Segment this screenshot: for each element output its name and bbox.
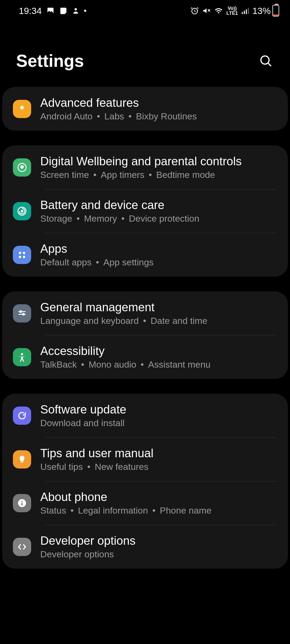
- status-time: 19:34: [19, 6, 42, 16]
- settings-item-advanced-features[interactable]: Advanced features Android Auto• Labs• Bi…: [2, 87, 288, 131]
- item-text: Battery and device care Storage• Memory•…: [40, 198, 277, 224]
- general-icon: [13, 304, 31, 323]
- status-bar: 19:34 Vo))LTE1 13%: [0, 0, 290, 21]
- item-title: General management: [40, 301, 277, 314]
- item-subtitle: Useful tips• New features: [40, 462, 277, 472]
- header: Settings: [0, 21, 290, 87]
- settings-item-tips[interactable]: Tips and user manual Useful tips• New fe…: [2, 437, 288, 481]
- svg-rect-23: [21, 462, 23, 463]
- tips-icon: [13, 450, 31, 469]
- svg-rect-26: [21, 503, 23, 506]
- svg-rect-5: [242, 12, 243, 14]
- settings-item-battery-device-care[interactable]: Battery and device care Storage• Memory•…: [2, 189, 288, 233]
- settings-item-about-phone[interactable]: About phone Status• Legal information• P…: [2, 481, 288, 525]
- svg-line-10: [268, 63, 271, 66]
- settings-item-accessibility[interactable]: Accessibility TalkBack• Mono audio• Assi…: [2, 335, 288, 379]
- search-button[interactable]: [258, 53, 274, 69]
- settings-item-developer-options[interactable]: Developer options Developer options: [2, 525, 288, 569]
- svg-point-25: [21, 501, 23, 502]
- svg-point-21: [23, 313, 24, 315]
- battery-percent: 13%: [252, 6, 271, 16]
- svg-point-13: [21, 210, 23, 212]
- item-subtitle: Storage• Memory• Device protection: [40, 213, 277, 224]
- person-icon: [72, 7, 79, 15]
- item-text: Advanced features Android Auto• Labs• Bi…: [40, 96, 277, 122]
- item-text: Developer options Developer options: [40, 534, 277, 559]
- item-title: Battery and device care: [40, 198, 277, 212]
- item-title: Software update: [40, 403, 277, 416]
- settings-group: Advanced features Android Auto• Labs• Bi…: [2, 87, 288, 131]
- svg-rect-8: [248, 8, 249, 14]
- page-title: Settings: [16, 51, 84, 71]
- item-subtitle: Status• Legal information• Phone name: [40, 505, 277, 516]
- svg-point-9: [261, 56, 269, 64]
- item-title: Tips and user manual: [40, 447, 277, 460]
- accessibility-icon: [13, 348, 31, 366]
- status-left: 19:34: [19, 6, 86, 16]
- item-subtitle: Screen time• App timers• Bedtime mode: [40, 170, 277, 180]
- item-title: Accessibility: [40, 344, 277, 358]
- settings-item-general-management[interactable]: General management Language and keyboard…: [2, 291, 288, 335]
- item-text: Digital Wellbeing and parental controls …: [40, 155, 277, 180]
- item-title: About phone: [40, 490, 277, 504]
- item-title: Digital Wellbeing and parental controls: [40, 155, 277, 168]
- volte-icon: Vo))LTE1: [226, 6, 238, 16]
- settings-group: Digital Wellbeing and parental controls …: [2, 145, 288, 277]
- picture-icon: [46, 7, 55, 15]
- svg-rect-6: [244, 11, 245, 14]
- alarm-icon: [190, 6, 199, 15]
- search-icon: [259, 54, 273, 68]
- note-icon: [59, 7, 67, 15]
- settings-group: General management Language and keyboard…: [2, 291, 288, 379]
- item-text: Apps Default apps• App settings: [40, 242, 277, 268]
- item-text: Software update Download and install: [40, 403, 277, 428]
- item-subtitle: Android Auto• Labs• Bixby Routines: [40, 111, 277, 122]
- svg-point-20: [20, 311, 22, 313]
- settings-list: Advanced features Android Auto• Labs• Bi…: [0, 87, 290, 569]
- item-subtitle: TalkBack• Mono audio• Assistant menu: [40, 359, 277, 370]
- svg-point-1: [75, 8, 77, 10]
- item-text: Accessibility TalkBack• Mono audio• Assi…: [40, 344, 277, 370]
- update-icon: [13, 407, 31, 425]
- item-title: Apps: [40, 242, 277, 255]
- item-subtitle: Default apps• App settings: [40, 257, 277, 268]
- about-icon: [13, 494, 31, 512]
- notification-dot-icon: [84, 10, 86, 12]
- wellbeing-icon: [13, 158, 31, 177]
- item-title: Developer options: [40, 534, 277, 547]
- item-text: Tips and user manual Useful tips• New fe…: [40, 447, 277, 472]
- svg-point-14: [19, 252, 21, 254]
- battery-indicator: 13%: [252, 5, 279, 17]
- item-text: General management Language and keyboard…: [40, 301, 277, 326]
- apps-icon: [13, 246, 31, 264]
- battery-care-icon: [13, 202, 31, 220]
- settings-item-software-update[interactable]: Software update Download and install: [2, 394, 288, 437]
- wifi-icon: [214, 7, 223, 15]
- svg-point-22: [21, 353, 23, 355]
- signal-icon: [241, 7, 249, 15]
- item-subtitle: Language and keyboard• Date and time: [40, 316, 277, 326]
- svg-point-16: [19, 256, 21, 258]
- status-right: Vo))LTE1 13%: [190, 5, 279, 17]
- svg-rect-7: [246, 9, 247, 14]
- svg-point-15: [23, 252, 25, 254]
- item-text: About phone Status• Legal information• P…: [40, 490, 277, 516]
- settings-item-apps[interactable]: Apps Default apps• App settings: [2, 233, 288, 277]
- item-subtitle: Developer options: [40, 549, 277, 559]
- settings-item-digital-wellbeing[interactable]: Digital Wellbeing and parental controls …: [2, 145, 288, 189]
- developer-icon: [13, 538, 31, 556]
- advanced-icon: [13, 100, 31, 118]
- svg-point-17: [23, 256, 25, 258]
- settings-group: Software update Download and install Tip…: [2, 394, 288, 569]
- item-subtitle: Download and install: [40, 418, 277, 428]
- mute-vibrate-icon: [202, 6, 211, 15]
- item-title: Advanced features: [40, 96, 277, 109]
